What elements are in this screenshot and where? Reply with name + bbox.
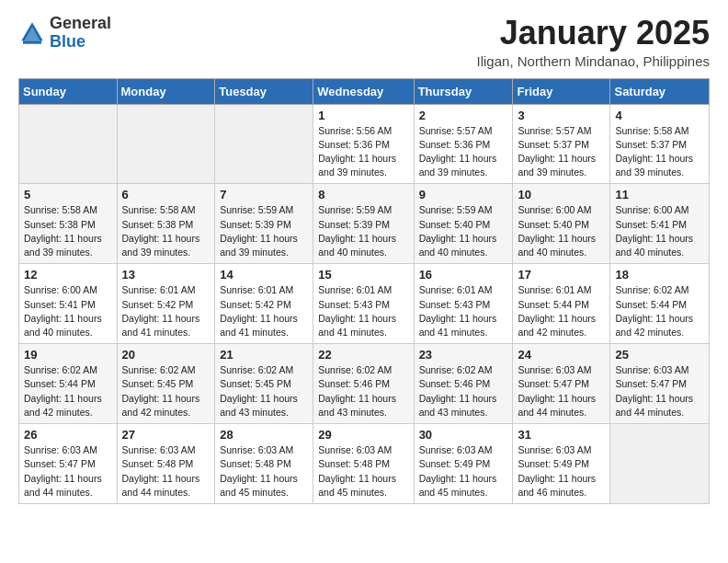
calendar-cell: 27Sunrise: 6:03 AM Sunset: 5:48 PM Dayli… bbox=[117, 424, 215, 504]
logo-blue: Blue bbox=[50, 32, 85, 51]
day-detail: Sunrise: 5:57 AM Sunset: 5:36 PM Dayligh… bbox=[419, 124, 508, 180]
calendar-week-5: 26Sunrise: 6:03 AM Sunset: 5:47 PM Dayli… bbox=[19, 424, 710, 504]
calendar-week-2: 5Sunrise: 5:58 AM Sunset: 5:38 PM Daylig… bbox=[19, 184, 710, 264]
day-header-wednesday: Wednesday bbox=[313, 78, 414, 104]
day-number: 31 bbox=[518, 428, 605, 442]
calendar-cell: 24Sunrise: 6:03 AM Sunset: 5:47 PM Dayli… bbox=[513, 344, 610, 424]
day-number: 21 bbox=[220, 348, 308, 362]
location: Iligan, Northern Mindanao, Philippines bbox=[477, 53, 710, 69]
logo: General Blue bbox=[18, 15, 111, 52]
day-number: 6 bbox=[122, 188, 210, 201]
day-detail: Sunrise: 5:58 AM Sunset: 5:37 PM Dayligh… bbox=[615, 124, 704, 180]
calendar-cell: 20Sunrise: 6:02 AM Sunset: 5:45 PM Dayli… bbox=[117, 344, 215, 424]
calendar-header: SundayMondayTuesdayWednesdayThursdayFrid… bbox=[19, 78, 710, 104]
day-detail: Sunrise: 6:00 AM Sunset: 5:41 PM Dayligh… bbox=[615, 203, 704, 259]
logo-icon bbox=[18, 19, 46, 47]
header-row: SundayMondayTuesdayWednesdayThursdayFrid… bbox=[19, 78, 710, 104]
calendar-cell: 1Sunrise: 5:56 AM Sunset: 5:36 PM Daylig… bbox=[313, 104, 414, 184]
day-number: 26 bbox=[24, 428, 112, 442]
day-detail: Sunrise: 6:03 AM Sunset: 5:48 PM Dayligh… bbox=[122, 443, 210, 500]
calendar-table: SundayMondayTuesdayWednesdayThursdayFrid… bbox=[18, 78, 710, 504]
calendar-week-4: 19Sunrise: 6:02 AM Sunset: 5:44 PM Dayli… bbox=[19, 344, 710, 424]
day-detail: Sunrise: 6:02 AM Sunset: 5:45 PM Dayligh… bbox=[220, 363, 308, 419]
day-detail: Sunrise: 6:01 AM Sunset: 5:44 PM Dayligh… bbox=[518, 283, 605, 339]
day-number: 22 bbox=[318, 348, 408, 362]
calendar-cell: 29Sunrise: 6:03 AM Sunset: 5:48 PM Dayli… bbox=[313, 424, 414, 504]
day-detail: Sunrise: 6:03 AM Sunset: 5:48 PM Dayligh… bbox=[318, 443, 408, 500]
day-number: 1 bbox=[318, 109, 408, 122]
calendar-cell: 9Sunrise: 5:59 AM Sunset: 5:40 PM Daylig… bbox=[414, 184, 513, 264]
day-detail: Sunrise: 5:59 AM Sunset: 5:39 PM Dayligh… bbox=[318, 203, 408, 259]
calendar-cell: 23Sunrise: 6:02 AM Sunset: 5:46 PM Dayli… bbox=[414, 344, 513, 424]
day-number: 10 bbox=[518, 188, 605, 201]
day-number: 15 bbox=[318, 268, 408, 282]
calendar-cell: 16Sunrise: 6:01 AM Sunset: 5:43 PM Dayli… bbox=[414, 264, 513, 344]
day-number: 30 bbox=[419, 428, 508, 442]
day-header-saturday: Saturday bbox=[610, 78, 710, 104]
calendar-week-3: 12Sunrise: 6:00 AM Sunset: 5:41 PM Dayli… bbox=[19, 264, 710, 344]
day-number: 3 bbox=[518, 109, 605, 122]
calendar-cell: 30Sunrise: 6:03 AM Sunset: 5:49 PM Dayli… bbox=[414, 424, 513, 504]
day-header-thursday: Thursday bbox=[414, 78, 513, 104]
day-number: 4 bbox=[615, 109, 704, 122]
day-detail: Sunrise: 6:03 AM Sunset: 5:49 PM Dayligh… bbox=[518, 443, 605, 500]
day-detail: Sunrise: 6:00 AM Sunset: 5:40 PM Dayligh… bbox=[518, 203, 605, 259]
day-number: 8 bbox=[318, 188, 408, 201]
logo-general: General bbox=[50, 14, 111, 32]
day-number: 14 bbox=[220, 268, 308, 282]
day-detail: Sunrise: 5:57 AM Sunset: 5:37 PM Dayligh… bbox=[518, 124, 605, 180]
day-number: 24 bbox=[518, 348, 605, 362]
day-number: 9 bbox=[419, 188, 508, 201]
day-detail: Sunrise: 6:02 AM Sunset: 5:46 PM Dayligh… bbox=[419, 363, 508, 419]
calendar-cell: 14Sunrise: 6:01 AM Sunset: 5:42 PM Dayli… bbox=[215, 264, 313, 344]
day-number: 28 bbox=[220, 428, 308, 442]
calendar-cell: 13Sunrise: 6:01 AM Sunset: 5:42 PM Dayli… bbox=[117, 264, 215, 344]
calendar-cell: 7Sunrise: 5:59 AM Sunset: 5:39 PM Daylig… bbox=[215, 184, 313, 264]
calendar-cell: 22Sunrise: 6:02 AM Sunset: 5:46 PM Dayli… bbox=[313, 344, 414, 424]
calendar-cell: 18Sunrise: 6:02 AM Sunset: 5:44 PM Dayli… bbox=[610, 264, 710, 344]
calendar-cell: 3Sunrise: 5:57 AM Sunset: 5:37 PM Daylig… bbox=[513, 104, 610, 184]
calendar-cell: 21Sunrise: 6:02 AM Sunset: 5:45 PM Dayli… bbox=[215, 344, 313, 424]
calendar-cell: 25Sunrise: 6:03 AM Sunset: 5:47 PM Dayli… bbox=[610, 344, 710, 424]
day-detail: Sunrise: 6:01 AM Sunset: 5:43 PM Dayligh… bbox=[419, 283, 508, 339]
calendar-cell bbox=[610, 424, 710, 504]
calendar-cell: 31Sunrise: 6:03 AM Sunset: 5:49 PM Dayli… bbox=[513, 424, 610, 504]
calendar-cell: 10Sunrise: 6:00 AM Sunset: 5:40 PM Dayli… bbox=[513, 184, 610, 264]
day-detail: Sunrise: 6:02 AM Sunset: 5:44 PM Dayligh… bbox=[24, 363, 112, 419]
day-number: 18 bbox=[615, 268, 704, 282]
day-detail: Sunrise: 6:03 AM Sunset: 5:47 PM Dayligh… bbox=[518, 363, 605, 419]
day-header-friday: Friday bbox=[513, 78, 610, 104]
day-detail: Sunrise: 6:01 AM Sunset: 5:42 PM Dayligh… bbox=[122, 283, 210, 339]
title-block: January 2025 Iligan, Northern Mindanao, … bbox=[477, 15, 710, 69]
day-number: 5 bbox=[24, 188, 112, 201]
day-detail: Sunrise: 6:03 AM Sunset: 5:47 PM Dayligh… bbox=[24, 443, 112, 500]
day-number: 17 bbox=[518, 268, 605, 282]
calendar-cell: 2Sunrise: 5:57 AM Sunset: 5:36 PM Daylig… bbox=[414, 104, 513, 184]
day-detail: Sunrise: 6:01 AM Sunset: 5:42 PM Dayligh… bbox=[220, 283, 308, 339]
day-detail: Sunrise: 6:02 AM Sunset: 5:46 PM Dayligh… bbox=[318, 363, 408, 419]
day-number: 7 bbox=[220, 188, 308, 201]
calendar-cell: 15Sunrise: 6:01 AM Sunset: 5:43 PM Dayli… bbox=[313, 264, 414, 344]
calendar-week-1: 1Sunrise: 5:56 AM Sunset: 5:36 PM Daylig… bbox=[19, 104, 710, 184]
calendar-cell bbox=[19, 104, 118, 184]
header: General Blue January 2025 Iligan, Northe… bbox=[18, 15, 710, 69]
calendar-cell: 12Sunrise: 6:00 AM Sunset: 5:41 PM Dayli… bbox=[19, 264, 118, 344]
main-container: General Blue January 2025 Iligan, Northe… bbox=[0, 0, 728, 513]
day-detail: Sunrise: 5:58 AM Sunset: 5:38 PM Dayligh… bbox=[122, 203, 210, 259]
day-number: 2 bbox=[419, 109, 508, 122]
svg-rect-2 bbox=[23, 40, 41, 43]
day-number: 23 bbox=[419, 348, 508, 362]
day-number: 16 bbox=[419, 268, 508, 282]
calendar-cell bbox=[117, 104, 215, 184]
day-detail: Sunrise: 5:56 AM Sunset: 5:36 PM Dayligh… bbox=[318, 124, 408, 180]
day-number: 25 bbox=[615, 348, 704, 362]
calendar-cell bbox=[215, 104, 313, 184]
day-number: 11 bbox=[615, 188, 704, 201]
month-title: January 2025 bbox=[477, 15, 710, 52]
calendar-cell: 6Sunrise: 5:58 AM Sunset: 5:38 PM Daylig… bbox=[117, 184, 215, 264]
calendar-cell: 11Sunrise: 6:00 AM Sunset: 5:41 PM Dayli… bbox=[610, 184, 710, 264]
calendar-cell: 28Sunrise: 6:03 AM Sunset: 5:48 PM Dayli… bbox=[215, 424, 313, 504]
day-header-tuesday: Tuesday bbox=[215, 78, 313, 104]
day-detail: Sunrise: 5:58 AM Sunset: 5:38 PM Dayligh… bbox=[24, 203, 112, 259]
day-detail: Sunrise: 6:01 AM Sunset: 5:43 PM Dayligh… bbox=[318, 283, 408, 339]
